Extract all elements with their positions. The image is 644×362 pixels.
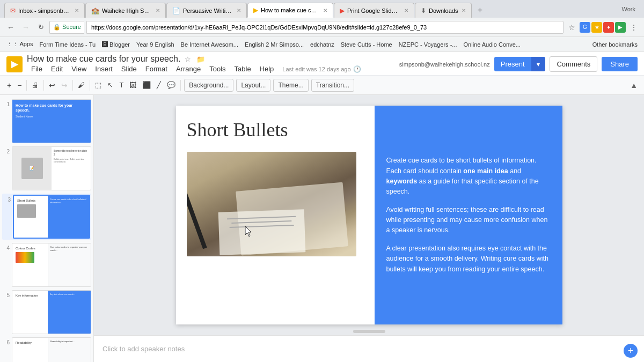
background-btn[interactable]: Background... [184,79,233,92]
share-btn[interactable]: Share [602,57,638,71]
last-edit-text: Last edit was 12 days ago 🕐 [278,64,365,74]
menu-format[interactable]: Format [141,64,172,74]
paint-btn[interactable]: 🖌 [75,79,87,91]
cursor-btn[interactable]: ↖ [105,79,116,91]
bookmark-audio[interactable]: Online Audio Conve... [462,40,523,49]
redo-btn[interactable]: ↪ [58,79,70,92]
tab-persuasive[interactable]: 📄 Persuasive Writing & Sp... ✕ [166,3,247,18]
new-tab-btn[interactable]: + [472,3,487,18]
apps-shortcut[interactable]: ⋮⋮ Apps [4,40,35,49]
slide-thumbnail-3[interactable]: Short Bullets Create cue cards to be sho… [13,195,90,239]
slide-thumb-item-4[interactable]: 4 Colour Codes Use colour codes to organ… [2,243,91,287]
slide-thumbnail-1[interactable]: How to make cue cards for your speech. S… [12,99,91,143]
ext-1[interactable]: G [580,22,590,33]
menu-help[interactable]: Help [255,64,279,74]
tab-inbox[interactable]: ✉ Inbox - simpsonb@wai... ✕ [4,3,85,18]
line-btn[interactable]: ╱ [154,79,164,91]
image-btn[interactable]: 🖼 [127,79,139,91]
transition-btn[interactable]: Transition... [311,79,354,92]
address-input[interactable] [86,21,564,34]
reload-btn[interactable]: ↻ [34,21,47,34]
menu-table[interactable]: Table [230,64,255,74]
tab-close-1[interactable]: ✕ [156,8,160,13]
slide-image[interactable] [187,152,356,256]
other-bookmarks[interactable]: Other bookmarks [590,40,640,49]
menu-arrange[interactable]: Arrange [172,64,205,74]
speaker-notes-placeholder[interactable]: Click to add speaker notes [103,345,185,353]
tab-close-2[interactable]: ✕ [237,8,241,13]
add-note-btn[interactable]: + [624,344,638,358]
bookmark-form-time[interactable]: Form Time Ideas - Tu [38,40,98,49]
present-btn[interactable]: Present [494,57,531,71]
menu-slide[interactable]: Slide [117,64,141,74]
folder-btn[interactable]: 📁 [195,55,206,63]
ext-2[interactable]: ★ [591,22,602,33]
speaker-notes-area[interactable]: Click to add speaker notes + [94,335,644,362]
slide-thumbnail-4[interactable]: Colour Codes Use colour codes to organiz… [12,243,91,287]
text-btn[interactable]: T [116,79,126,91]
bookmark-blogger[interactable]: 🅱 Blogger [100,40,132,49]
slide-num-4: 4 [2,243,10,251]
presentation-title[interactable]: How to make cue cards for your speech. [27,54,180,64]
slide-title[interactable]: Short Bullets [187,119,288,141]
toolbar-sep-4 [90,80,90,91]
bookmark-edchat[interactable]: edchatnz [308,40,336,49]
slide-thumb-item-2[interactable]: 2 📝 Some title text here for slide 2 Bul… [2,146,91,190]
star-btn[interactable]: ☆ [184,55,192,63]
slide-thumb-item-6[interactable]: 6 Readability Readability is important..… [2,337,91,362]
bookmark-internet[interactable]: Be Internet Awesom... [179,40,240,49]
present-dropdown-btn[interactable]: ▼ [531,57,546,71]
comment-btn[interactable]: 💬 [164,79,178,91]
theme-btn[interactable]: Theme... [273,79,308,92]
secure-icon: 🔒 Secure [49,21,84,34]
layout-btn[interactable]: Layout... [236,79,270,92]
youtube-icon: ▶ [340,7,345,14]
tab-waiheke[interactable]: 🏫 Waiheke High School - C... ✕ [85,3,166,18]
shapes-btn[interactable]: ⬛ [140,79,153,91]
tab-downloads[interactable]: ⬇ Downloads ✕ [415,3,472,18]
scroll-handle[interactable] [353,330,385,333]
bookmark-stevecutts[interactable]: Steve Cutts - Home [339,40,394,49]
menu-edit[interactable]: Edit [47,64,67,74]
slide-thumb-item-1[interactable]: 1 How to make cue cards for your speech.… [2,99,91,143]
slide-para-2: Avoid writing full sentences; these are … [386,205,551,236]
tab-cue-cards[interactable]: ▶ How to make cue cards ... ✕ [247,3,333,18]
slide-canvas[interactable]: Short Bullets [176,106,562,324]
slide-thumbnail-6[interactable]: Readability Readability is important... [12,337,91,362]
ext-4[interactable]: ▶ [615,22,626,33]
toolbar-sep-3 [72,80,73,91]
slide-left-panel: Short Bullets [176,106,375,324]
tab-print[interactable]: ▶ Print Google Slides - M... ✕ [334,3,414,18]
slide-thumb-item-3[interactable]: 3 Short Bullets Create cue cards to be s… [2,194,91,240]
comments-btn[interactable]: Comments [550,56,597,72]
menu-view[interactable]: View [67,64,91,74]
bookmark-english2[interactable]: English 2 Mr Simpso... [243,40,306,49]
bookmark-yr9[interactable]: Year 9 English [134,40,177,49]
slide-thumb-item-5[interactable]: 5 Key information Key info about cue car… [2,290,91,334]
print-btn[interactable]: 🖨 [29,79,41,91]
collapse-panel-btn[interactable]: ▲ [628,79,640,92]
slides-logo: ▶ [6,56,23,72]
tab-close-3[interactable]: ✕ [323,8,327,13]
bookmark-star[interactable]: ☆ [566,21,577,33]
menu-insert[interactable]: Insert [91,64,117,74]
undo-btn[interactable]: ↩ [46,79,58,92]
slide-thumbnail-2[interactable]: 📝 Some title text here for slide 2 Bulle… [12,146,91,190]
tab-close-4[interactable]: ✕ [404,8,408,13]
tab-close-5[interactable]: ✕ [462,8,466,13]
ext-3[interactable]: ♦ [603,22,614,33]
menu-file[interactable]: File [27,64,47,74]
bookmark-nzepc[interactable]: NZEPC - Voyagers -... [397,40,459,49]
slide-thumbnail-5[interactable]: Key information Key info about cue cards… [12,290,91,334]
chrome-menu-btn[interactable]: ⋮ [628,21,640,33]
tab-close-0[interactable]: ✕ [75,8,79,13]
school-icon: 🏫 [91,7,99,14]
zoom-in-btn[interactable]: + [4,79,14,92]
slide-num-2: 2 [2,146,10,154]
select-btn[interactable]: ⬚ [92,79,104,91]
back-btn[interactable]: ← [4,21,17,34]
window-label: Work [618,6,640,12]
forward-btn[interactable]: → [19,21,32,34]
menu-tools[interactable]: Tools [205,64,230,74]
zoom-out-btn[interactable]: − [14,79,24,92]
